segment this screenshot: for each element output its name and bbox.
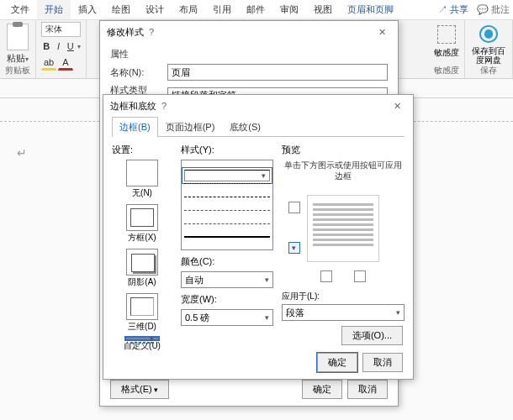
sensitivity-group-label: 敏感度 — [434, 65, 459, 78]
ribbon-tabs: 文件 开始 插入 绘图 设计 布局 引用 邮件 审阅 视图 页眉和页脚 ↗ 共享… — [0, 0, 513, 20]
line-style-thick[interactable] — [184, 236, 270, 248]
style-name-input[interactable] — [167, 64, 388, 81]
help-button[interactable]: ? — [144, 27, 159, 37]
font-name-combo[interactable]: 宋体 — [41, 22, 81, 37]
ribbon-tab-review[interactable]: 审阅 — [272, 0, 306, 19]
preview-paragraph[interactable] — [307, 195, 379, 262]
sensitivity-group: 敏感度 敏感度 — [429, 20, 465, 78]
ribbon-tab-layout[interactable]: 布局 — [172, 0, 205, 19]
color-value: 自动 — [185, 274, 204, 286]
comments-button[interactable]: 💬 批注 — [477, 3, 510, 16]
modify-style-titlebar[interactable]: 修改样式 ? ✕ — [100, 21, 398, 43]
line-style-solid[interactable] — [184, 170, 270, 181]
font-group: 宋体 B I U ▾ ab A — [36, 20, 87, 78]
highlight-button[interactable]: ab — [41, 55, 56, 71]
ribbon-tab-references[interactable]: 引用 — [205, 0, 239, 19]
style-ok-button[interactable]: 确定 — [302, 380, 342, 399]
preview-area — [282, 186, 405, 287]
clipboard-group: 粘贴▾ 剪贴板 — [0, 20, 36, 78]
tab-page-border[interactable]: 页面边框(P) — [158, 117, 223, 137]
setting-none[interactable]: 无(N) — [112, 160, 172, 199]
ribbon-tab-view[interactable]: 视图 — [306, 0, 340, 19]
underline-button[interactable]: U — [66, 39, 76, 54]
bold-button[interactable]: B — [41, 39, 51, 54]
setting-shadow[interactable]: 阴影(A) — [112, 249, 172, 288]
tab-shading[interactable]: 底纹(S) — [222, 117, 268, 137]
borders-tabstrip: 边框(B) 页面边框(P) 底纹(S) — [112, 117, 405, 137]
setting-shadow-label: 阴影(A) — [128, 276, 156, 288]
line-style-dotted[interactable] — [184, 183, 270, 195]
setting-3d[interactable]: 三维(D) — [112, 293, 172, 333]
borders-shading-dialog: 边框和底纹 ? ✕ 边框(B) 页面边框(P) 底纹(S) 设置: 无(N) 方… — [103, 94, 414, 380]
close-icon[interactable]: ✕ — [373, 27, 391, 38]
borders-titlebar[interactable]: 边框和底纹 ? ✕ — [103, 95, 413, 117]
preview-hint: 单击下方图示或使用按钮可应用边框 — [282, 160, 405, 181]
color-select[interactable]: 自动 — [181, 271, 273, 288]
width-select[interactable]: 0.5 磅 — [181, 309, 273, 326]
italic-button[interactable]: I — [53, 39, 63, 54]
tab-borders[interactable]: 边框(B) — [112, 117, 158, 137]
ribbon-tab-header-footer[interactable]: 页眉和页脚 — [340, 0, 401, 19]
paste-button[interactable]: 粘贴▾ — [5, 52, 30, 65]
apply-to-label: 应用于(L): — [282, 291, 405, 302]
borders-close-icon[interactable]: ✕ — [389, 101, 406, 112]
borders-ok-button[interactable]: 确定 — [317, 353, 357, 372]
setting-none-label: 无(N) — [132, 187, 152, 199]
properties-section-label: 属性 — [110, 48, 388, 60]
setting-3d-label: 三维(D) — [128, 321, 156, 333]
color-label: 颜色(C): — [181, 255, 273, 268]
ribbon-tab-insert[interactable]: 插入 — [71, 0, 104, 19]
share-button[interactable]: ↗ 共享 — [433, 2, 473, 18]
line-style-dashdot[interactable] — [184, 210, 270, 222]
line-style-longdash[interactable] — [184, 223, 270, 235]
sensitivity-button-label: 敏感度 — [434, 47, 459, 59]
width-label: 宽度(W): — [181, 293, 273, 306]
line-style-listbox[interactable] — [181, 160, 273, 250]
paragraph-mark-icon: ↵ — [17, 146, 27, 160]
preview-label: 预览 — [282, 144, 405, 156]
setting-box[interactable]: 方框(X) — [112, 204, 172, 244]
share-label: 共享 — [450, 4, 468, 14]
style-label: 样式(Y): — [181, 144, 273, 156]
borders-title: 边框和底纹 — [110, 100, 156, 113]
underline-dropdown[interactable]: ▾ — [77, 43, 81, 50]
format-dropdown-button[interactable]: 格式(E) — [110, 380, 169, 399]
comments-label: 批注 — [491, 4, 510, 14]
ribbon-tab-home[interactable]: 开始 — [37, 0, 71, 19]
border-top-toggle[interactable] — [288, 202, 300, 213]
baidu-icon[interactable] — [479, 25, 498, 43]
width-value: 0.5 磅 — [185, 312, 209, 324]
borders-cancel-button[interactable]: 取消 — [362, 353, 403, 372]
ribbon-tab-file[interactable]: 文件 — [3, 0, 37, 19]
sensitivity-icon[interactable] — [437, 25, 456, 44]
ribbon-tab-design[interactable]: 设计 — [138, 0, 172, 19]
clipboard-group-label: 剪贴板 — [5, 65, 30, 78]
borders-help-button[interactable]: ? — [156, 101, 172, 111]
apply-to-select[interactable]: 段落 — [282, 304, 405, 321]
name-label: 名称(N): — [110, 66, 161, 79]
ribbon-tab-mailings[interactable]: 邮件 — [239, 0, 272, 19]
border-right-toggle[interactable] — [354, 270, 366, 282]
line-style-dashed[interactable] — [184, 197, 270, 208]
setting-custom[interactable]: 自定义(U) — [112, 338, 172, 352]
setting-box-label: 方框(X) — [128, 232, 156, 244]
style-cancel-button[interactable]: 取消 — [347, 380, 388, 399]
ribbon-tab-draw[interactable]: 绘图 — [104, 0, 138, 19]
save-group-label: 保存 — [470, 65, 507, 78]
paste-icon[interactable] — [7, 24, 29, 50]
setting-label: 设置: — [112, 144, 172, 156]
baidu-button-label: 保存到百度网盘 — [470, 46, 507, 65]
apply-to-value: 段落 — [286, 307, 304, 319]
modify-style-title: 修改样式 — [107, 26, 144, 39]
border-left-toggle[interactable] — [320, 270, 332, 282]
font-color-button[interactable]: A — [58, 55, 73, 71]
border-bottom-toggle[interactable] — [288, 242, 300, 254]
baidu-group: 保存到百度网盘 保存 — [465, 20, 513, 78]
options-button[interactable]: 选项(O)... — [341, 326, 403, 345]
